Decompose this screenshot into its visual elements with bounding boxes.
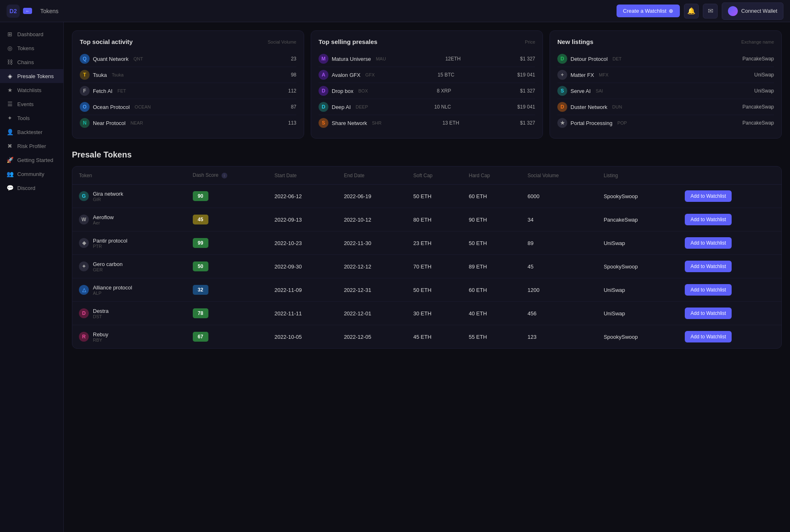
sidebar-item-risk-profiler[interactable]: ✖ Risk Profiler [0, 139, 63, 153]
token-icon-ocean: O [80, 102, 90, 112]
token-sym-row-1: Aer [93, 220, 114, 225]
logo-area: D2 ← [7, 5, 32, 18]
token-name-dun: Duster Network [571, 104, 608, 110]
social-value-tsuka: 98 [291, 72, 296, 78]
top-cards-row: Top social activity Social Volume Q Quan… [72, 30, 782, 139]
token-symbol-tsuka: Tsuka [112, 72, 124, 77]
top-social-header: Top social activity Social Volume [80, 38, 296, 45]
sidebar-label-community: Community [17, 171, 44, 177]
start-date-0: 2022-06-12 [268, 185, 337, 208]
token-name-mfx: Matter FX [571, 72, 594, 78]
token-name-shr: Share Network [332, 120, 367, 126]
sidebar-item-backtester[interactable]: 👤 Backtester [0, 125, 63, 139]
table-row: △ Alliance protocol ALP 32 2022-11-09 20… [72, 278, 781, 302]
token-symbol-mfx: MFX [599, 72, 608, 77]
token-icon-row-5: D [79, 308, 89, 318]
presale-row-1: A Avalon GFX GFX 15 BTC $19 041 [319, 67, 535, 83]
sidebar-item-community[interactable]: 👥 Community [0, 167, 63, 181]
presale-row-0: M Matura Universe MAU 12ETH $1 327 [319, 51, 535, 67]
token-cell-3: ✦ Gero carbon GER [79, 261, 180, 272]
add-watchlist-btn-0[interactable]: Add to Watchlist [685, 190, 732, 202]
avatar [728, 6, 738, 16]
sidebar-item-tokens[interactable]: ◎ Tokens [0, 41, 63, 55]
sidebar-label-risk-profiler: Risk Profiler [17, 143, 46, 149]
listing-4: UniSwap [597, 278, 678, 302]
social-vol-6: 123 [521, 325, 597, 349]
token-sym-row-6: RBY [93, 338, 109, 342]
add-watchlist-btn-2[interactable]: Add to Watchlist [685, 237, 732, 249]
end-date-1: 2022-10-12 [337, 208, 407, 231]
connect-wallet-button[interactable]: Connect Wallet [722, 2, 783, 20]
start-date-3: 2022-09-30 [268, 255, 337, 278]
add-watchlist-btn-6[interactable]: Add to Watchlist [685, 331, 732, 342]
token-icon-dun: D [557, 102, 567, 112]
dash-score-info-icon[interactable]: i [222, 173, 227, 178]
table-row: R Rebuy RBY 67 2022-10-05 2022-12-05 45 … [72, 325, 781, 349]
community-icon: 👥 [7, 171, 13, 177]
sidebar-item-tools[interactable]: ✦ Tools [0, 111, 63, 125]
watchlist-icon: ⊕ [669, 8, 673, 14]
sidebar-item-discord[interactable]: 💬 Discord [0, 181, 63, 195]
col-start-date: Start Date [268, 167, 337, 185]
table-row: ◈ Pantir protocol PTR 99 2022-10-23 2022… [72, 231, 781, 255]
col-listing: Listing [597, 167, 678, 185]
sidebar-label-backtester: Backtester [17, 129, 42, 135]
hard-cap-3: 89 ETH [462, 255, 521, 278]
add-watchlist-btn-1[interactable]: Add to Watchlist [685, 214, 732, 225]
presale-eth-mau: 12ETH [445, 56, 460, 62]
social-row-3: O Ocean Protocol OCEAN 87 [80, 99, 296, 115]
token-name-ocean: Ocean Protocol [93, 104, 130, 110]
add-watchlist-btn-5[interactable]: Add to Watchlist [685, 308, 732, 319]
token-icon-row-1: W [79, 215, 89, 224]
presale-row-4: S Share Network SHR 13 ETH $1 327 [319, 115, 535, 131]
start-date-1: 2022-09-13 [268, 208, 337, 231]
sidebar-item-watchlists[interactable]: ★ Watchlists [0, 83, 63, 97]
token-cell-5: D Destra DST [79, 308, 180, 319]
add-watchlist-btn-4[interactable]: Add to Watchlist [685, 284, 732, 296]
token-name-box: Drop box [332, 88, 353, 94]
start-date-6: 2022-10-05 [268, 325, 337, 349]
col-dash-score: Dash Score i [186, 167, 268, 185]
token-icon-sai: S [557, 86, 567, 96]
notifications-button[interactable]: 🔔 [684, 4, 699, 19]
token-symbol-shr: SHR [372, 120, 381, 125]
add-watchlist-btn-3[interactable]: Add to Watchlist [685, 261, 732, 272]
social-row-0: Q Quant Network QNT 23 [80, 51, 296, 67]
presale-row-2: D Drop box BOX 8 XRP $1 327 [319, 83, 535, 99]
token-name-row-3: Gero carbon [93, 261, 122, 267]
soft-cap-3: 70 ETH [407, 255, 462, 278]
listing-1: PancakeSwap [597, 208, 678, 231]
exchange-det: PancakeSwap [742, 56, 774, 62]
token-sym-row-2: PTR [93, 244, 127, 249]
sidebar-item-events[interactable]: ☰ Events [0, 97, 63, 111]
social-value-ocean: 87 [291, 104, 296, 110]
dash-score-0: 90 [193, 191, 208, 201]
create-watchlist-button[interactable]: Create a Watchlist ⊕ [617, 5, 680, 17]
new-listings-title: New listings [557, 38, 594, 45]
token-icon-qnt: Q [80, 54, 90, 64]
listing-2: UniSwap [597, 231, 678, 255]
token-symbol-deep: DEEP [356, 104, 368, 109]
presale-tokens-table: Token Dash Score i Start Date End Date S… [72, 167, 781, 348]
sidebar-item-chains[interactable]: ⛓ Chains [0, 55, 63, 69]
token-cell-0: G Gira network GIR [79, 191, 180, 202]
presale-eth-box: 8 XRP [437, 88, 451, 94]
messages-button[interactable]: ✉ [703, 4, 718, 19]
social-vol-1: 34 [521, 208, 597, 231]
token-name-row-5: Destra [93, 308, 109, 314]
listing-row-3: D Duster Network DUN PancakeSwap [557, 99, 774, 115]
dash-score-3: 50 [193, 261, 208, 271]
listing-3: SpookySwoop [597, 255, 678, 278]
sidebar-item-getting-started[interactable]: 🚀 Getting Started [0, 153, 63, 167]
social-vol-0: 6000 [521, 185, 597, 208]
exchange-mfx: UniSwap [754, 72, 774, 78]
token-name-row-0: Gira network [93, 191, 123, 197]
events-icon: ☰ [7, 101, 13, 107]
token-name-row-4: Alliance protocol [93, 285, 132, 291]
soft-cap-4: 50 ETH [407, 278, 462, 302]
sidebar-item-dashboard[interactable]: ⊞ Dashboard [0, 27, 63, 41]
presale-tokens-section: Presale Tokens Token Dash Score i Start … [72, 150, 782, 349]
sidebar-item-presale-tokens[interactable]: ◈ Presale Tokens [0, 69, 63, 83]
logo-badge[interactable]: ← [23, 8, 32, 14]
token-icon-row-4: △ [79, 285, 89, 295]
